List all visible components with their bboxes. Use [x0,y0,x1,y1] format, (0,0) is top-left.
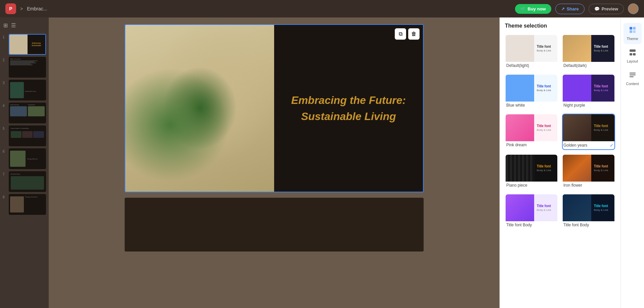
slide-thumb-item: 5 Key principles of sustainability [3,125,46,146]
theme-item-iron-flower[interactable]: Title font Body & Link Iron flower [562,154,615,190]
theme-body-text: Body & Link [594,208,612,211]
theme-selected-check: ✓ [610,143,614,148]
preview-button[interactable]: 💬 Preview [589,4,624,14]
content-icon-button[interactable]: Content [624,68,642,89]
next-slide-preview[interactable] [125,198,424,252]
copy-icon: ⧉ [399,31,402,37]
svg-rect-2 [630,30,632,33]
theme-body-text: Body & Link [594,128,612,131]
theme-icon [629,26,636,35]
svg-rect-3 [633,30,636,33]
delete-slide-button[interactable]: 🗑 [408,28,420,40]
preview-icon: 💬 [594,6,600,11]
canvas-toolbar: ⧉ 🗑 [395,28,420,40]
share-button[interactable]: ↗ Share [555,4,585,14]
theme-item-10[interactable]: Title font Body & Link Title font Body [562,194,615,229]
theme-name-label: Blue white [506,103,525,108]
slide-thumb-item: 4 Understanding Sustainable [3,103,46,123]
canvas-area: ⧉ 🗑 Embracing the Future: Sustainable Li… [49,17,500,308]
slide-thumb-item: 2 Table of Contents [3,57,46,78]
theme-body-text: Body & Link [537,89,555,92]
buy-now-button[interactable]: 🛒 Buy now [515,4,551,14]
theme-title-text: Title font [537,84,555,88]
theme-icon-button[interactable]: Theme [624,23,642,44]
slide-text-area: Embracing the Future: Sustainable Living [274,25,423,192]
layout-icon [629,49,636,58]
slide-thumbnail-7[interactable]: Beneficial living [9,171,46,192]
theme-body-text: Body & Link [594,49,612,52]
theme-name-label: Piano piece [506,183,527,188]
right-icon-bar: Theme Layout Content [620,17,644,308]
grid-view-icon[interactable]: ⊞ [3,22,8,29]
theme-item-default-dark[interactable]: Title font Body & Link Default(dark) [562,34,615,70]
topbar: P > Embrac... 🛒 Buy now ↗ Share 💬 Previe… [0,0,644,17]
theme-name-label: Title font Body [563,223,589,227]
theme-body-text: Body & Link [537,49,555,52]
content-button-label: Content [626,82,639,86]
svg-rect-9 [630,76,634,77]
theme-body-text: Body & Link [537,169,555,172]
theme-item-blue-white[interactable]: Title font Body & Link Blue white [505,74,558,110]
theme-title-text: Title font [537,164,555,168]
theme-grid: Title font Body & Link Default(light) Ti… [505,34,615,229]
theme-button-label: Theme [627,37,638,41]
list-view-icon[interactable]: ☰ [11,22,16,29]
copy-slide-button[interactable]: ⧉ [395,28,406,40]
slide-thumbnail-list: 1 EmbracingSustainable 2 Table of Conten… [3,34,46,215]
theme-item-piano-piece[interactable]: Title font Body & Link Piano piece [505,154,558,190]
slide-thumb-item: 8 Energy conservation [3,194,46,215]
slide-thumbnail-8[interactable]: Energy conservation [9,194,46,215]
layout-icon-button[interactable]: Layout [624,45,642,67]
theme-item-pink-dream[interactable]: Title font Body & Link Pink dream [505,114,558,150]
svg-rect-6 [633,53,636,55]
theme-title-text: Title font [537,45,555,48]
slide-thumb-item: 7 Beneficial living [3,171,46,192]
svg-rect-0 [630,27,632,30]
theme-panel: Theme selection Title font Body & Link D… [500,17,620,308]
slide-thumbnail-6[interactable]: Energy efficiency [9,148,46,169]
theme-item-9[interactable]: Title font Body & Link Title font Body [505,194,558,229]
slide-thumb-item: 3 Sustainable Living [3,80,46,101]
theme-title-text: Title font [594,164,612,168]
theme-item-night-purple[interactable]: Title font Body & Link Night purple [562,74,615,110]
slide-thumb-item: 6 Energy efficiency [3,148,46,169]
theme-body-text: Body & Link [594,89,612,92]
slide-thumbnail-1[interactable]: EmbracingSustainable [9,34,46,55]
slide-panel: ⊞ ☰ 1 EmbracingSustainable 2 Table [0,17,49,308]
theme-name-label: Pink dream [506,143,527,147]
slide-panel-header: ⊞ ☰ [3,21,46,31]
theme-name-label: Title font Body [506,223,532,227]
theme-body-text: Body & Link [537,128,555,131]
theme-title-text: Title font [594,204,612,208]
theme-name-label: Default(dark) [563,63,587,68]
svg-rect-1 [633,27,636,30]
theme-title-text: Title font [594,45,612,48]
slide-thumbnail-4[interactable]: Understanding Sustainable [9,103,46,123]
slide-thumb-item: 1 EmbracingSustainable [3,34,46,55]
slide-content: Embracing the Future: Sustainable Living [125,25,423,192]
theme-item-default-light[interactable]: Title font Body & Link Default(light) [505,34,558,70]
theme-title-text: Title font [594,124,612,128]
breadcrumb-title: Embrac... [27,6,47,11]
svg-rect-5 [630,53,632,55]
theme-panel-title: Theme selection [505,23,615,29]
theme-name-label: Golden years [563,143,587,148]
layout-button-label: Layout [627,59,638,63]
slide-image-area [125,25,274,192]
main-area: ⊞ ☰ 1 EmbracingSustainable 2 Table [0,17,644,308]
theme-title-text: Title font [537,204,555,208]
slide-thumbnail-3[interactable]: Sustainable Living [9,80,46,101]
theme-name-label: Default(light) [506,63,529,68]
slide-thumbnail-2[interactable]: Table of Contents [9,57,46,78]
theme-title-text: Title font [537,124,555,128]
slide-thumbnail-5[interactable]: Key principles of sustainability [9,125,46,146]
trash-icon: 🗑 [411,31,417,37]
svg-rect-7 [630,73,636,74]
svg-rect-8 [630,75,636,76]
avatar[interactable] [628,3,639,14]
breadcrumb-separator: > [20,6,23,11]
theme-item-golden-years[interactable]: Title font Body & Link Golden years ✓ [562,114,615,150]
svg-rect-4 [630,49,636,52]
theme-body-text: Body & Link [594,169,612,172]
slide-title: Embracing the Future: Sustainable Living [291,92,406,124]
